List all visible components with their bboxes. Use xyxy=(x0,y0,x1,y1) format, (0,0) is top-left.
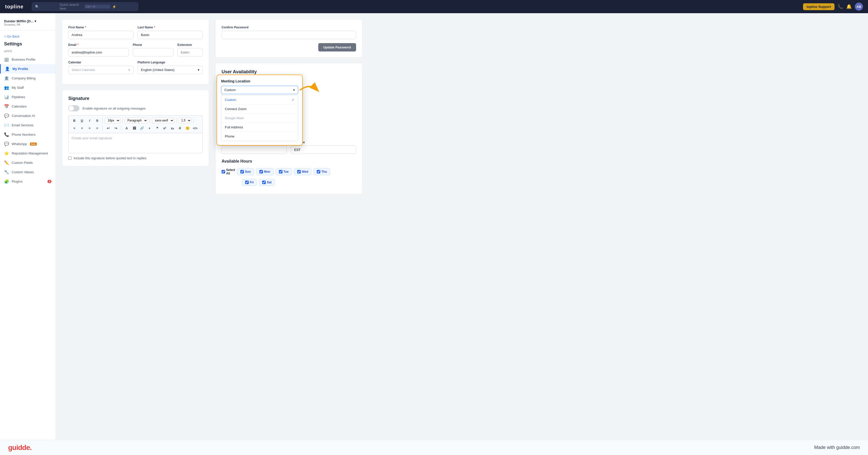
search-bar[interactable]: 🔍 Quick search here Ctrl + K ⚡ xyxy=(32,2,138,11)
phone-input[interactable] xyxy=(133,48,173,57)
toolbar-sep-2 xyxy=(122,118,123,123)
sidebar-item-conversation-ai[interactable]: 💬 Conversation AI xyxy=(0,111,56,121)
select-all-box[interactable]: SelectAll xyxy=(222,167,235,177)
name-row: First Name * Last Name * xyxy=(68,26,203,39)
extension-input[interactable] xyxy=(177,48,203,57)
signature-toggle[interactable] xyxy=(68,105,80,111)
sidebar-item-custom-fields[interactable]: ✏️ Custom Fields xyxy=(0,158,56,167)
sidebar: Dunder Mifflin [D... ▾ Scranton, PA < Go… xyxy=(0,13,56,440)
align-center-button[interactable]: ≡ xyxy=(79,125,85,131)
main-content: First Name * Last Name * xyxy=(56,13,868,440)
meeting-location-selected[interactable]: Custom ▾ xyxy=(221,86,298,94)
sidebar-item-business-profile[interactable]: 🏢 Business Profile xyxy=(0,55,56,64)
sidebar-item-email-services[interactable]: ✉️ Email Services xyxy=(0,121,56,130)
meeting-location-box: Meeting Location Custom ▾ Custom ✓ Conne xyxy=(216,74,303,145)
mon-checkbox[interactable] xyxy=(259,170,263,173)
meeting-location-field-input[interactable] xyxy=(222,145,287,154)
redo-button[interactable]: ↪ xyxy=(113,125,119,131)
day-fri[interactable]: Fri xyxy=(242,179,257,186)
day-tue[interactable]: Tue xyxy=(276,168,292,175)
plus-button[interactable]: + xyxy=(146,125,153,131)
code-button[interactable]: </> xyxy=(192,125,198,131)
timezone-input[interactable] xyxy=(291,145,356,154)
font-family-select[interactable]: sans-serif xyxy=(152,118,174,123)
confirm-password-input[interactable] xyxy=(222,31,356,39)
superscript-button[interactable]: x² xyxy=(161,125,168,131)
sidebar-item-label: Pipelines xyxy=(12,95,25,99)
day-wed[interactable]: Wed xyxy=(294,168,311,175)
phone-group: Phone xyxy=(133,43,173,57)
day-sat[interactable]: Sat xyxy=(259,179,275,186)
wed-checkbox[interactable] xyxy=(297,170,301,173)
strikethrough-button[interactable]: S xyxy=(94,117,100,124)
signature-editor[interactable]: Create your email signature xyxy=(68,133,203,153)
phone-icon[interactable]: 📞 xyxy=(838,4,843,9)
email-label: Email * xyxy=(68,43,129,47)
ml-option-full-address[interactable]: Full Address xyxy=(221,123,298,132)
ml-option-phone[interactable]: Phone xyxy=(221,132,298,141)
arrow-annotation xyxy=(297,80,322,101)
extension-group: Extension xyxy=(177,43,203,57)
calendar-select[interactable]: Select Calendar ▾ xyxy=(68,66,133,74)
search-shortcut: Ctrl + K xyxy=(85,5,111,9)
first-name-input[interactable] xyxy=(68,31,133,39)
company-name[interactable]: Dunder Mifflin [D... ▾ xyxy=(4,19,52,23)
email-input[interactable] xyxy=(68,48,129,57)
link-button[interactable]: 🔗 xyxy=(138,125,145,131)
text-color-button[interactable]: A xyxy=(123,125,130,131)
select-all-checkbox[interactable] xyxy=(222,170,225,173)
tue-checkbox[interactable] xyxy=(279,170,282,173)
lightning-icon: ⚡ xyxy=(112,5,135,9)
signature-checkbox[interactable] xyxy=(68,157,71,160)
avatar[interactable]: AB xyxy=(855,3,863,11)
image-button[interactable]: 🖼 xyxy=(131,125,137,131)
day-thu[interactable]: Thu xyxy=(313,168,330,175)
update-password-button[interactable]: Update Password xyxy=(318,43,356,52)
paragraph-select[interactable]: Paragraph xyxy=(125,118,148,123)
last-name-input[interactable] xyxy=(137,31,203,39)
bold-button[interactable]: B xyxy=(71,117,78,124)
sidebar-item-reputation[interactable]: ⭐ Reputation Management xyxy=(0,149,56,158)
blockquote-button[interactable]: ❝ xyxy=(154,125,160,131)
align-justify-button[interactable]: ≡ xyxy=(94,125,100,131)
sidebar-item-my-staff[interactable]: 👥 My Staff xyxy=(0,83,56,92)
support-button[interactable]: topline Support xyxy=(803,3,835,10)
chevron-down-icon-lang: ▾ xyxy=(198,68,199,72)
bell-icon[interactable]: 🔔 xyxy=(846,4,852,9)
align-left-button[interactable]: ≡ xyxy=(71,125,78,131)
sidebar-item-plugins[interactable]: 🧩 Plugins 4 xyxy=(0,177,56,186)
subscript-button[interactable]: x₂ xyxy=(169,125,176,131)
fri-checkbox[interactable] xyxy=(245,181,249,184)
day-sun[interactable]: Sun xyxy=(237,168,254,175)
sidebar-item-pipelines[interactable]: 📊 Pipelines xyxy=(0,92,56,102)
font-size-select[interactable]: 16px xyxy=(105,118,120,123)
undo-button[interactable]: ↩ xyxy=(105,125,112,131)
ml-option-custom[interactable]: Custom ✓ xyxy=(221,95,298,104)
emoji-button[interactable]: 🙂 xyxy=(184,125,191,131)
sidebar-item-my-profile[interactable]: 👤 My Profile xyxy=(0,64,56,73)
day-mon[interactable]: Mon xyxy=(256,168,274,175)
line-height-select[interactable]: 1.5 xyxy=(179,118,191,123)
meeting-location-dropdown: Custom ✓ Connect Zoom Google Meet Full A… xyxy=(221,95,298,141)
go-back-link[interactable]: < Go Back xyxy=(0,33,56,41)
sat-checkbox[interactable] xyxy=(262,181,266,184)
thu-checkbox[interactable] xyxy=(317,170,320,173)
profile-form-card: First Name * Last Name * xyxy=(62,19,209,85)
align-right-button[interactable]: ≡ xyxy=(86,125,93,131)
right-column: Confirm Password Update Password User Av… xyxy=(215,19,363,434)
sidebar-item-company-billing[interactable]: 🏦 Company Billing xyxy=(0,73,56,83)
sun-checkbox[interactable] xyxy=(240,170,244,173)
available-hours-title: Available Hours xyxy=(222,159,356,164)
phone-numbers-icon: 📞 xyxy=(4,132,9,137)
sidebar-item-phone-numbers[interactable]: 📞 Phone Numbers xyxy=(0,130,56,139)
sidebar-item-calendars[interactable]: 📅 Calendars xyxy=(0,102,56,111)
clear-format-button[interactable]: T̶ xyxy=(177,125,183,131)
italic-button[interactable]: I xyxy=(86,117,93,124)
ml-option-zoom[interactable]: Connect Zoom xyxy=(221,104,298,113)
language-select[interactable]: English (United States) ▾ xyxy=(137,66,203,74)
sidebar-item-whatsapp[interactable]: 💬 WhatsApp beta xyxy=(0,139,56,149)
sidebar-item-custom-values[interactable]: 🔧 Custom Values xyxy=(0,167,56,177)
sidebar-item-label: Phone Numbers xyxy=(12,133,35,136)
ai-icon: 💬 xyxy=(4,113,9,118)
underline-button[interactable]: U xyxy=(79,117,85,124)
